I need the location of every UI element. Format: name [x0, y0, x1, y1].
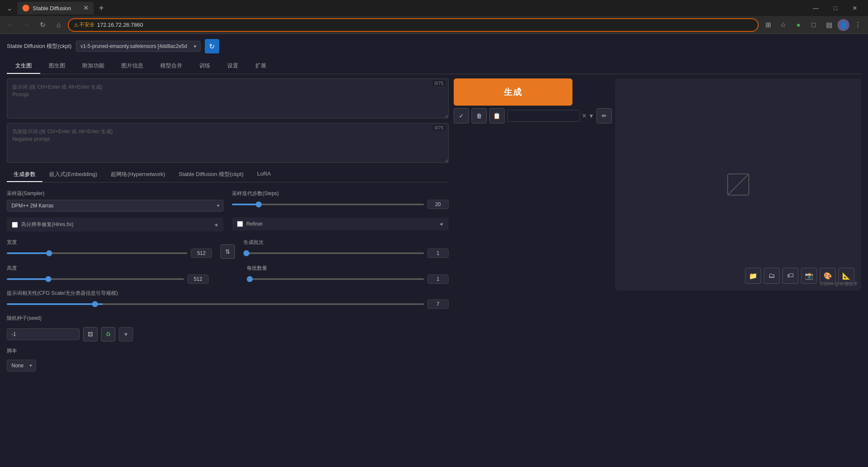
tab-txt2img[interactable]: 文生图 [7, 59, 40, 74]
negative-prompt-textarea[interactable] [7, 123, 449, 163]
img-info-button[interactable]: 🏷 [782, 268, 798, 284]
sub-tab-lora[interactable]: LoRA [250, 168, 278, 182]
img-send-button[interactable]: 📸 [801, 268, 817, 284]
tab-close-button[interactable]: ✕ [83, 5, 89, 11]
send-icon: 📸 [805, 272, 813, 280]
address-bar: ⚠ 不安全 [68, 18, 759, 32]
styles-edit-button[interactable]: ✏ [597, 108, 612, 123]
tab-menu-button[interactable]: ⌄ [3, 3, 16, 14]
sub-tab-hypernetwork[interactable]: 超网络(Hypernetwork) [104, 168, 172, 182]
model-refresh-button[interactable]: ↻ [205, 39, 219, 53]
tab-settings[interactable]: 设置 [219, 59, 247, 74]
tab-extras[interactable]: 附加功能 [74, 59, 113, 74]
right-panel: 📁 🗂 🏷 📸 🎨 📐 [615, 78, 861, 291]
maximize-button[interactable]: □ [826, 0, 845, 16]
app-content: Stable Diffusion 模型(ckpt) v1-5-pruned-em… [0, 34, 868, 467]
hires-collapse-button[interactable]: ◄ [213, 222, 218, 228]
seed-row: 随机种子(seed) ⚄ ♻ ▼ [7, 315, 449, 341]
profile-button[interactable]: 👤 [837, 19, 849, 31]
address-input[interactable] [97, 22, 753, 28]
positive-prompt-textarea[interactable] [7, 78, 449, 118]
width-value: 512 [191, 249, 212, 258]
new-tab-button[interactable]: + [95, 3, 107, 13]
size-swap-button[interactable]: ⇅ [220, 244, 235, 259]
steps-slider-container: 20 [232, 200, 449, 209]
batch-count-label: 生成批次 [243, 239, 449, 246]
refiner-collapse-button[interactable]: ◄ [438, 221, 444, 227]
content-layout: 0/75 0/75 生成参数 嵌入式(Embedding) 超网络(Hypern… [7, 78, 861, 462]
forward-button[interactable]: → [20, 18, 33, 32]
seed-extra-toggle[interactable]: ▼ [119, 327, 133, 341]
apply-styles-button[interactable]: ✓ [454, 108, 469, 123]
batch-count-col: 生成批次 1 [243, 239, 449, 258]
trash-button[interactable]: 🗑 [472, 108, 487, 123]
styles-dropdown-button[interactable]: ▼ [589, 113, 594, 119]
screenshot-button[interactable]: □ [807, 18, 821, 32]
folder-icon: 📁 [749, 272, 757, 280]
close-button[interactable]: ✕ [845, 0, 865, 16]
sub-tab-params[interactable]: 生成参数 [7, 168, 42, 182]
script-select-wrapper: None [7, 360, 36, 372]
refiner-checkbox[interactable] [237, 221, 243, 227]
refresh-button[interactable]: ↻ [36, 18, 49, 32]
watermark: CSDN @水滴技术 [820, 281, 858, 287]
sampler-col: 采样器(Sampler) DPM++ 2M Karras Euler Euler… [7, 190, 223, 212]
hires-panel: 高分辨率修复(Hires.fix) ◄ [7, 218, 223, 232]
bookmark-button[interactable]: ☆ [776, 18, 790, 32]
tab-img2img[interactable]: 图生图 [40, 59, 74, 74]
tab-png-info[interactable]: 图片信息 [113, 59, 152, 74]
seed-input-row: ⚄ ♻ ▼ [7, 327, 133, 341]
seed-label: 随机种子(seed) [7, 315, 42, 322]
generate-button[interactable]: 生成 [454, 78, 572, 106]
image-placeholder [726, 172, 751, 197]
main-tabs: 文生图 图生图 附加功能 图片信息 模型合并 训练 设置 扩展 [7, 59, 861, 74]
cfg-slider[interactable] [7, 303, 424, 305]
styles-clear-button[interactable]: ✕ [582, 112, 587, 119]
styles-input-wrapper: ✕ ▼ [507, 110, 594, 122]
menu-button[interactable]: ⋮ [851, 18, 865, 32]
script-label: 脚本 [7, 347, 17, 355]
sampler-dropdown[interactable]: DPM++ 2M Karras Euler Euler a DDIM [7, 200, 223, 212]
model-dropdown[interactable]: v1-5-pruned-emaonly.safetensors [4dd8ac2… [76, 41, 201, 52]
steps-value: 20 [427, 200, 449, 209]
batch-size-slider[interactable] [247, 278, 424, 280]
back-button[interactable]: ← [3, 18, 17, 32]
param-section: 采样器(Sampler) DPM++ 2M Karras Euler Euler… [7, 190, 449, 372]
extensions-button[interactable]: ● [792, 18, 805, 32]
height-slider[interactable] [7, 278, 184, 280]
action-row: ✓ 🗑 📋 ✕ ▼ ✏ [454, 108, 612, 123]
batch-size-slider-container: 1 [247, 274, 449, 284]
img-zip-button[interactable]: 🗂 [764, 268, 780, 284]
styles-input[interactable] [507, 110, 580, 122]
sidebar-button[interactable]: ▤ [822, 18, 836, 32]
script-dropdown[interactable]: None [7, 360, 36, 372]
height-slider-container: 512 [7, 274, 209, 284]
sampler-label: 采样器(Sampler) [7, 190, 223, 197]
tab-train[interactable]: 训练 [191, 59, 219, 74]
tab-extensions[interactable]: 扩展 [247, 59, 275, 74]
sub-tab-ckpt[interactable]: Stable Diffusion 模型(ckpt) [172, 168, 250, 182]
copy-button[interactable]: 📋 [489, 108, 505, 123]
batch-count-slider[interactable] [243, 252, 424, 254]
seed-recycle-button[interactable]: ♻ [101, 327, 115, 341]
width-slider[interactable] [7, 252, 187, 254]
tab-merge[interactable]: 模型合并 [152, 59, 191, 74]
trash-icon: 🗑 [476, 112, 482, 119]
home-button[interactable]: ⌂ [52, 18, 65, 32]
translate-button[interactable]: ⊞ [761, 18, 775, 32]
seed-random-button[interactable]: ⚄ [83, 327, 98, 341]
negative-counter: 0/75 [433, 125, 445, 131]
generate-section: 生成 ✓ 🗑 📋 ✕ ▼ [454, 78, 612, 123]
steps-slider[interactable] [232, 204, 424, 205]
warning-icon: ⚠ [74, 22, 78, 28]
hires-checkbox[interactable] [12, 222, 18, 228]
minimize-button[interactable]: — [806, 0, 826, 16]
window-controls: — □ ✕ [806, 0, 865, 16]
svg-point-0 [24, 6, 28, 10]
cfg-col: 提示词相关性(CFG Scale/无分类器信息引导规模) 7 [7, 290, 449, 309]
seed-input[interactable] [7, 328, 80, 340]
tab-bar: ⌄ Stable Diffusion ✕ + — □ ✕ [0, 0, 868, 16]
chevron-down-icon: ▼ [123, 331, 129, 338]
img-save-button[interactable]: 📁 [745, 268, 761, 284]
sub-tab-embedding[interactable]: 嵌入式(Embedding) [42, 168, 104, 182]
